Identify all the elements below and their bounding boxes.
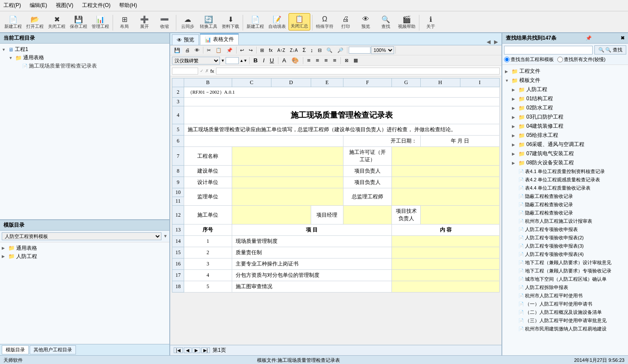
cell-start-date[interactable]: 开工日期： bbox=[343, 136, 421, 147]
search-item-hidden3[interactable]: 📄 隐蔽工程检查验收记录 bbox=[504, 209, 626, 217]
search-item-06-hvac[interactable]: ▶ 📁 06采暖、通风与空调工程 bbox=[504, 140, 626, 149]
page-prev[interactable]: ◀ bbox=[184, 347, 192, 353]
search-item-rf-apply3[interactable]: 📄 （三）人防工程平时使用申请审批意见 bbox=[504, 316, 626, 325]
search-item-rf-apply2[interactable]: 📄 （二）人防工程概况及设施设备清单 bbox=[504, 308, 626, 316]
search-item-table42[interactable]: 📄 表4.2 单位工程观感质量检查记录表 bbox=[504, 176, 626, 184]
tab-table-file[interactable]: 📊 表格文件 bbox=[200, 34, 239, 45]
tree-item-project1[interactable]: ▼ 🖥 工程1 bbox=[2, 45, 168, 54]
btn-preview[interactable]: 👁 预览 bbox=[356, 14, 375, 31]
btn-align-right[interactable]: ≡ bbox=[322, 56, 330, 65]
search-item-rf-acceptance3[interactable]: 📄 人防工程专项验收申报表(3) bbox=[504, 242, 626, 250]
btn-print[interactable]: 🖨 打印 bbox=[336, 14, 355, 31]
cell-content-1[interactable] bbox=[392, 236, 500, 247]
radio-current-project[interactable]: 查找当前工程和模板 bbox=[504, 56, 554, 63]
btn-save-project[interactable]: 💾 保存工程 bbox=[68, 14, 89, 31]
btn-close-summary[interactable]: 📋 关闭汇总 bbox=[288, 13, 310, 31]
btn-align-left[interactable]: ≡ bbox=[305, 56, 313, 65]
search-item-rf-demolish[interactable]: 📄 人防工程拆除申报表 bbox=[504, 283, 626, 292]
cell-seq-5[interactable]: 5 bbox=[184, 281, 232, 293]
cell-seq-4[interactable]: 4 bbox=[184, 270, 232, 281]
search-item-underground-accept[interactable]: 📄 地下工程（兼顾人防要求）专项验收记录 bbox=[504, 267, 626, 275]
search-item-03-hole[interactable]: ▶ 📁 03孔口防护工程 bbox=[504, 112, 626, 122]
search-item-underground-design[interactable]: 📄 地下工程（兼顾人防要求）设计审核意见 bbox=[504, 259, 626, 267]
btn-sh-print[interactable]: 🖨 bbox=[183, 47, 192, 54]
search-item-hz-civil[interactable]: 📄 杭州市民用建筑缴纳人防工程易地建设 bbox=[504, 325, 626, 333]
cell-tech-label[interactable]: 项目技术负责人 bbox=[392, 206, 420, 225]
cell-supervisor-label[interactable]: 监理单位 bbox=[184, 188, 232, 206]
cell-design-mgr-val[interactable] bbox=[392, 177, 500, 188]
search-item-rf-acceptance1[interactable]: 📄 人防工程专项验收申报表 bbox=[504, 225, 626, 234]
cell-seq-3[interactable]: 3 bbox=[184, 259, 232, 270]
tab-other-user[interactable]: 其他用户工程目录 bbox=[30, 345, 76, 354]
btn-fill-color[interactable]: 🎨 bbox=[289, 56, 301, 65]
btn-open-project[interactable]: 📂 打开工程 bbox=[24, 14, 45, 31]
cell-contractor-val[interactable] bbox=[232, 206, 311, 225]
menu-view[interactable]: 视图(V) bbox=[54, 1, 75, 10]
btn-sh-sigma[interactable]: Σ bbox=[300, 46, 308, 54]
search-item-05-water[interactable]: ▶ 📁 05给排水工程 bbox=[504, 131, 626, 140]
search-item-02-waterproof[interactable]: ▶ 📁 02防水工程 bbox=[504, 103, 626, 112]
cell-content-2[interactable] bbox=[392, 247, 500, 259]
cell-pm-val[interactable] bbox=[343, 206, 392, 225]
btn-italic[interactable]: I bbox=[261, 56, 267, 65]
search-item-rf-acceptance2[interactable]: 📄 人防工程专项验收申报表(2) bbox=[504, 234, 626, 242]
btn-borders[interactable]: ▦ bbox=[351, 57, 360, 64]
cell-content-header[interactable]: 内 容 bbox=[392, 225, 500, 236]
template-dropdown[interactable]: 人防空工程资料模板 bbox=[2, 232, 161, 240]
btn-manage-project[interactable]: 📊 管理工程 bbox=[90, 14, 111, 31]
search-item-01-structure[interactable]: ▶ 📁 01结构工程 bbox=[504, 94, 626, 103]
font-size-input[interactable]: 10 bbox=[226, 57, 239, 64]
cell-chief-supervisor-val[interactable] bbox=[392, 188, 500, 206]
font-family-select[interactable]: 汉仪魏碑繁 bbox=[172, 57, 220, 65]
cell-seq-header[interactable]: 序号 bbox=[184, 225, 232, 236]
tab-preview[interactable]: 👁 预览 bbox=[172, 34, 199, 45]
btn-sh-zoom-in[interactable]: 🔎 bbox=[335, 47, 346, 54]
cell-chief-supervisor-label[interactable]: 总监理工程师 bbox=[343, 188, 392, 206]
btn-align-justify[interactable]: ≡ bbox=[331, 56, 339, 65]
cell-item-header[interactable]: 项 目 bbox=[232, 225, 392, 236]
template-tree-item-general[interactable]: ▶ 📁 通用表格 bbox=[2, 244, 168, 252]
cell-design-val[interactable] bbox=[232, 177, 343, 188]
search-input[interactable]: 工程 bbox=[504, 46, 593, 54]
cell-content-5[interactable] bbox=[392, 281, 500, 293]
menu-project[interactable]: 工程(P) bbox=[2, 1, 23, 10]
btn-sh-find[interactable]: 🔍 bbox=[324, 47, 335, 54]
cell-design-label[interactable]: 设计单位 bbox=[184, 177, 232, 188]
cell-permit-val[interactable] bbox=[392, 147, 500, 166]
search-close-icon[interactable]: ✖ bbox=[621, 35, 625, 41]
search-item-hidden1[interactable]: 📄 隐蔽工程检查验收记录 bbox=[504, 192, 626, 201]
btn-about[interactable]: ℹ 关于 bbox=[421, 14, 440, 31]
cell-B2[interactable]: （RFJ01－2002）A.0.1 bbox=[184, 87, 499, 98]
cell-project-name-label[interactable]: 工程名称 bbox=[184, 147, 232, 166]
cell-permit-label[interactable]: 施工许可证（开工证） bbox=[343, 147, 392, 166]
search-item-hidden2[interactable]: 📄 隐蔽工程检查验收记录 bbox=[504, 201, 626, 209]
btn-sh-paste[interactable]: 📌 bbox=[224, 47, 235, 54]
btn-auto-fill[interactable]: 📝 自动填表 bbox=[267, 14, 288, 31]
btn-underline[interactable]: U bbox=[268, 56, 276, 65]
btn-font-color[interactable]: A bbox=[280, 56, 288, 65]
nav-prev[interactable]: ◀ bbox=[485, 39, 492, 45]
zoom-select[interactable]: 100% bbox=[371, 46, 394, 54]
btn-sh-copy[interactable]: 📋 bbox=[213, 47, 224, 54]
cell-title[interactable]: 施工现场质量管理检查记录表 bbox=[184, 106, 499, 124]
nav-next[interactable]: ▶ bbox=[492, 39, 500, 45]
search-item-table44[interactable]: 📄 表4.4 单位工程质量验收记录表 bbox=[504, 184, 626, 192]
cell-item-5[interactable]: 施工图审查情况 bbox=[232, 281, 392, 293]
btn-special-char[interactable]: Ω 特殊字符 bbox=[314, 14, 335, 31]
btn-expand[interactable]: ➕ 展开 bbox=[135, 14, 154, 31]
search-item-hz-usage[interactable]: 📄 杭州市人防工程平时使用书 bbox=[504, 292, 626, 300]
btn-new-project[interactable]: 📄 新建工程 bbox=[3, 14, 24, 31]
btn-close-project[interactable]: ✖ 关闭工程 bbox=[46, 14, 67, 31]
formula-input[interactable] bbox=[216, 68, 500, 75]
cell-builder-label[interactable]: 建设单位 bbox=[184, 166, 232, 177]
btn-sh-preview2[interactable]: 👁 bbox=[192, 47, 202, 54]
btn-align-center[interactable]: ≡ bbox=[313, 56, 321, 65]
cell-ref-input[interactable] bbox=[172, 68, 198, 75]
btn-sh-formula[interactable]: fx bbox=[267, 47, 275, 54]
radio-all-files[interactable]: 查找所有文件(较慢) bbox=[557, 56, 605, 63]
search-item-rf-project[interactable]: ▶ 📁 人防工程 bbox=[504, 85, 626, 94]
cell-supervisor-val[interactable] bbox=[232, 188, 343, 206]
btn-convert-tool[interactable]: 🔄 转换工具 bbox=[198, 14, 219, 31]
search-item-rf-apply1[interactable]: 📄 （一）人防工程平时使用申请书 bbox=[504, 300, 626, 308]
cell-proj-mgr-val[interactable] bbox=[392, 166, 500, 177]
